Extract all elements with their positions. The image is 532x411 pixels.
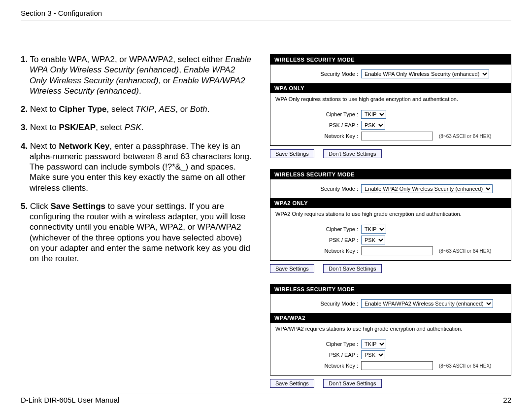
label-network-key: Network Key	[59, 141, 110, 151]
button-row: Save Settings Don't Save Settings	[270, 378, 511, 388]
desc-wpa-wpa2: WPA/WPA2 requires stations to use high g…	[270, 323, 511, 335]
label-security-mode: Security Mode :	[274, 186, 361, 192]
label-psk-eap: PSK/EAP	[59, 123, 96, 132]
button-row: Save Settings Don't Save Settings	[270, 149, 511, 158]
key-hint: (8~63 ASCII or 64 HEX)	[439, 134, 491, 139]
step-num: 1.	[21, 55, 28, 64]
step-2: 2. Next to Cipher Type, select TKIP, AES…	[21, 104, 252, 114]
bar-wpa-only: WPA ONLY	[270, 83, 511, 93]
network-key-input[interactable]	[361, 361, 433, 370]
panel-wpa-only: WIRELESS SECURITY MODE Security Mode : E…	[270, 54, 511, 158]
bar-security-mode: WIRELESS SECURITY MODE	[270, 55, 511, 65]
instructions-column: 1. To enable WPA, WPA2, or WPA/WPA2, sel…	[21, 54, 252, 381]
label-psk-eap: PSK / EAP :	[274, 352, 361, 358]
label-security-mode: Security Mode :	[274, 71, 361, 77]
footer: D-Link DIR-605L User Manual 22	[21, 393, 511, 404]
key-hint: (8~63 ASCII or 64 HEX)	[439, 363, 491, 369]
label-network-key: Network Key :	[274, 133, 361, 139]
text: To enable WPA, WPA2, or WPA/WPA2, select…	[30, 55, 226, 64]
dont-save-button[interactable]: Don't Save Settings	[323, 379, 381, 388]
bar-security-mode: WIRELESS SECURITY MODE	[270, 284, 511, 294]
option-aes: AES	[159, 104, 175, 114]
option-psk: PSK	[125, 123, 141, 132]
label-save-settings: Save Settings	[50, 202, 105, 211]
save-button[interactable]: Save Settings	[270, 379, 314, 388]
text: Next to	[30, 104, 59, 114]
save-button[interactable]: Save Settings	[270, 149, 314, 158]
header: Section 3 - Configuration	[21, 9, 511, 21]
bar-security-mode: WIRELESS SECURITY MODE	[270, 170, 511, 179]
label-network-key: Network Key :	[274, 248, 361, 254]
cipher-type-select[interactable]: TKIP	[361, 225, 386, 234]
label-psk-eap: PSK / EAP :	[274, 122, 361, 128]
save-button[interactable]: Save Settings	[270, 264, 314, 273]
option-both: Both	[190, 104, 207, 114]
text: , select	[107, 104, 136, 114]
dont-save-button[interactable]: Don't Save Settings	[323, 149, 381, 158]
label-psk-eap: PSK / EAP :	[274, 237, 361, 243]
psk-eap-select[interactable]: PSK	[361, 121, 385, 130]
bar-wpa-wpa2: WPA/WPA2	[270, 313, 511, 323]
option-tkip: TKIP	[135, 104, 154, 114]
network-key-input[interactable]	[361, 132, 433, 140]
network-key-input[interactable]	[361, 246, 433, 255]
sep: , or	[159, 76, 173, 85]
dot: .	[139, 86, 141, 96]
step-num: 3.	[21, 123, 28, 132]
sep: , or	[175, 104, 190, 114]
step-num: 5.	[21, 202, 28, 211]
text: Click	[30, 202, 51, 211]
screenshot-column: WIRELESS SECURITY MODE Security Mode : E…	[270, 54, 511, 381]
security-mode-select[interactable]: Enable WPA/WPA2 Wireless Security (enhan…	[361, 299, 493, 308]
label-cipher-type: Cipher Type :	[274, 226, 361, 232]
step-1: 1. To enable WPA, WPA2, or WPA/WPA2, sel…	[21, 54, 252, 96]
desc-wpa2-only: WPA2 Only requires stations to use high …	[270, 208, 511, 220]
key-hint: (8~63 ASCII or 64 HEX)	[439, 248, 491, 254]
text: , select	[96, 123, 125, 132]
label-security-mode: Security Mode :	[274, 301, 361, 307]
footer-left: D-Link DIR-605L User Manual	[21, 396, 119, 404]
cipher-type-select[interactable]: TKIP	[361, 340, 386, 348]
psk-eap-select[interactable]: PSK	[361, 350, 385, 359]
content: 1. To enable WPA, WPA2, or WPA/WPA2, sel…	[21, 54, 511, 381]
text: Next to	[30, 141, 59, 151]
security-mode-select[interactable]: Enable WPA Only Wireless Security (enhan…	[361, 69, 489, 78]
cipher-type-select[interactable]: TKIP	[361, 110, 386, 119]
dot: .	[207, 104, 210, 114]
security-mode-select[interactable]: Enable WPA2 Only Wireless Security (enha…	[361, 184, 493, 193]
step-3: 3. Next to PSK/EAP, select PSK.	[21, 122, 252, 133]
label-cipher-type: Cipher Type :	[274, 111, 361, 117]
dont-save-button[interactable]: Don't Save Settings	[323, 264, 381, 273]
text: Next to	[30, 123, 59, 132]
dot: .	[141, 123, 144, 132]
bar-wpa2-only: WPA2 ONLY	[270, 198, 511, 208]
step-5: 5. Click Save Settings to save your sett…	[21, 201, 252, 264]
panel-wpa-wpa2: WIRELESS SECURITY MODE Security Mode : E…	[270, 284, 511, 388]
step-num: 2.	[21, 104, 28, 114]
step-num: 4.	[21, 141, 28, 151]
page-number: 22	[503, 396, 511, 404]
button-row: Save Settings Don't Save Settings	[270, 264, 511, 273]
sep: ,	[179, 65, 183, 74]
sep: ,	[154, 104, 159, 114]
label-cipher-type: Cipher Type :	[274, 341, 361, 347]
psk-eap-select[interactable]: PSK	[361, 236, 385, 244]
label-cipher: Cipher Type	[59, 104, 107, 114]
step-4: 4. Next to Network Key, enter a passphra…	[21, 141, 252, 193]
desc-wpa-only: WPA Only requires stations to use high g…	[270, 93, 511, 105]
section-header-text: Section 3 - Configuration	[21, 9, 102, 17]
panel-wpa2-only: WIRELESS SECURITY MODE Security Mode : E…	[270, 169, 511, 273]
label-network-key: Network Key :	[274, 363, 361, 369]
